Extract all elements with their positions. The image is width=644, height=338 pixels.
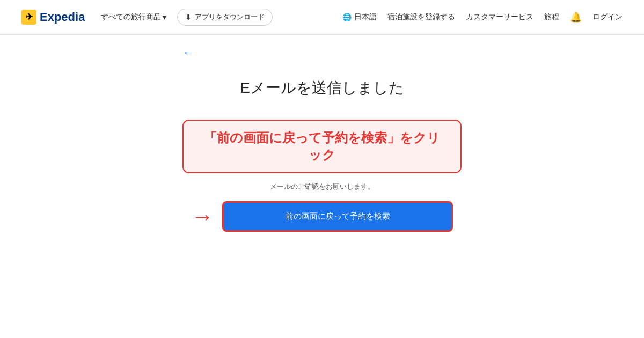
download-btn-label: アプリをダウンロード (195, 12, 265, 22)
page-title: Eメールを送信しました (240, 78, 404, 98)
chevron-down-icon: ▾ (163, 13, 166, 21)
globe-icon: 🌐 (342, 13, 352, 21)
main-content: ← Eメールを送信しました 「前の画面に戻って予約を検索」をクリック メールのご… (0, 35, 644, 232)
download-icon: ⬇ (185, 13, 192, 21)
back-arrow-button[interactable]: ← (182, 46, 194, 60)
logo-text: Expedia (40, 10, 85, 24)
search-booking-button[interactable]: 前の画面に戻って予約を検索 (222, 201, 453, 232)
expedia-logo-icon: ✈ (21, 10, 36, 25)
sub-text: メールのご確認をお願いします。 (209, 182, 435, 192)
itinerary[interactable]: 旅程 (544, 12, 559, 22)
header-right: 🌐 日本語 宿泊施設を登録する カスタマーサービス 旅程 🔔 ログイン (342, 11, 623, 23)
annotation-bubble: 「前の画面に戻って予約を検索」をクリック (182, 120, 462, 173)
login-link[interactable]: ログイン (592, 12, 623, 22)
language-label: 日本語 (354, 12, 377, 22)
nav-travel[interactable]: すべての旅行商品 ▾ (101, 12, 166, 22)
language-selector[interactable]: 🌐 日本語 (342, 12, 377, 22)
nav-travel-label: すべての旅行商品 (101, 12, 161, 22)
download-app-button[interactable]: ⬇ アプリをダウンロード (177, 9, 273, 26)
header: ✈ Expedia すべての旅行商品 ▾ ⬇ アプリをダウンロード 🌐 日本語 … (0, 0, 644, 34)
register-property[interactable]: 宿泊施設を登録する (387, 12, 455, 22)
logo-area[interactable]: ✈ Expedia (21, 10, 85, 25)
content-wrapper: 「前の画面に戻って予約を検索」をクリック メールのご確認をお願いします。 → 前… (0, 120, 644, 232)
button-row: → 前の画面に戻って予約を検索 (191, 201, 453, 232)
red-arrow-icon: → (191, 205, 214, 228)
notification-bell-icon[interactable]: 🔔 (570, 11, 582, 23)
customer-service[interactable]: カスタマーサービス (466, 12, 533, 22)
